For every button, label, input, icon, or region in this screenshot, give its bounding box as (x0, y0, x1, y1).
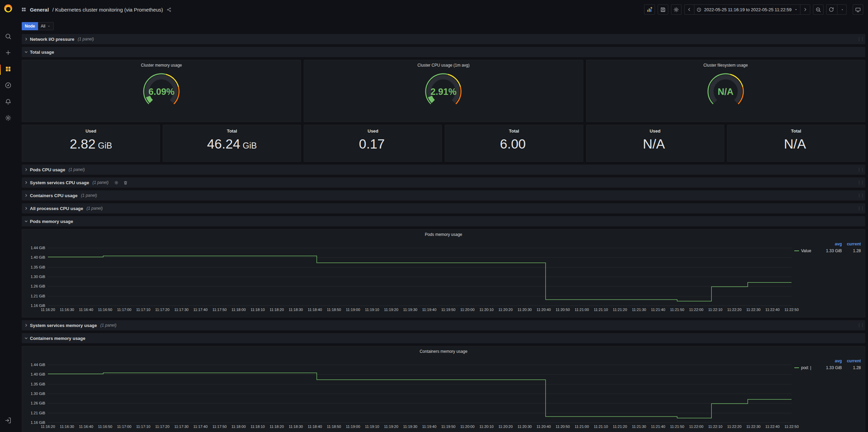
drag-handle-icon[interactable] (857, 190, 864, 201)
drag-handle-icon[interactable] (857, 165, 864, 175)
x-tick-label: 11:18:00 (231, 425, 246, 429)
panel-title[interactable]: Total (445, 125, 583, 134)
legend-header-avg[interactable]: avg (819, 359, 842, 363)
sidebar-item-search[interactable] (0, 29, 16, 45)
panel-title[interactable]: Cluster memory usage (22, 60, 301, 68)
panel-title[interactable]: Total (727, 125, 865, 134)
panel-memory-total: Total 46.24GiB (163, 125, 301, 162)
panel-memory-used: Used 2.82GiB (22, 125, 160, 162)
sidebar-item-dashboards[interactable] (0, 62, 16, 78)
time-range-back-button[interactable] (684, 4, 694, 15)
sidebar-item-configuration[interactable] (0, 110, 16, 127)
panel-title[interactable]: Containers memory usage (22, 346, 865, 354)
breadcrumb-folder[interactable]: General (30, 7, 49, 13)
row-pods-memory-usage[interactable]: Pods memory usage (22, 216, 865, 226)
x-tick-label: 11:19:50 (441, 425, 456, 429)
row-total-usage[interactable]: Total usage (22, 47, 865, 57)
row-all-processes-cpu-usage[interactable]: All processes CPU usage (1 panel) (22, 203, 865, 213)
x-tick-label: 11:18:00 (231, 308, 246, 312)
x-tick-label: 11:21:40 (651, 425, 665, 429)
sidebar-item-explore[interactable] (0, 78, 16, 94)
y-tick-label: 1.26 GiB (31, 284, 45, 288)
plus-icon (5, 49, 12, 57)
save-dashboard-button[interactable] (658, 4, 668, 15)
panel-cluster-memory-usage: Cluster memory usage 6.09% (22, 60, 301, 122)
share-icon[interactable] (166, 7, 172, 12)
panel-title[interactable]: Cluster CPU usage (1m avg) (304, 60, 583, 68)
time-picker-group: 2022-05-25 11:16:19 to 2022-05-25 11:22:… (684, 4, 810, 15)
y-tick-label: 1.35 GiB (31, 382, 45, 386)
panel-title[interactable]: Used (586, 125, 724, 134)
time-range-text: 2022-05-25 11:16:19 to 2022-05-25 11:22:… (704, 7, 792, 12)
x-tick-label: 11:19:40 (422, 425, 437, 429)
variable-node-dropdown[interactable]: Node All (22, 22, 54, 30)
panel-title[interactable]: Used (304, 125, 442, 134)
row-title: Containers memory usage (30, 336, 85, 341)
add-panel-icon (646, 6, 653, 13)
row-panel-count: (1 panel) (87, 206, 103, 211)
legend-header-current[interactable]: current (842, 242, 861, 246)
legend-series-row[interactable]: Value 1.33 GiB 1.28 (794, 248, 861, 253)
row-network-io-pressure[interactable]: Network I/O pressure (1 panel) (22, 34, 865, 44)
x-tick-label: 11:22:40 (765, 308, 780, 312)
zoom-out-time-button[interactable] (813, 4, 823, 15)
drag-handle-icon[interactable] (857, 177, 864, 188)
row-title: Containers CPU usage (30, 193, 77, 198)
y-tick-label: 1.44 GiB (31, 363, 45, 367)
x-tick-label: 11:17:20 (155, 308, 170, 312)
x-tick-label: 11:20:30 (517, 308, 532, 312)
bell-icon (5, 98, 12, 106)
row-system-services-memory-usage[interactable]: System services memory usage (1 panel) (22, 320, 865, 330)
series-color-swatch (794, 250, 799, 251)
stat-value: 6.00 (500, 137, 526, 152)
clock-icon (696, 7, 702, 12)
row-containers-memory-usage[interactable]: Containers memory usage (22, 333, 865, 343)
dashboard-settings-button[interactable] (671, 4, 681, 15)
row-system-services-cpu-usage[interactable]: System services CPU usage (1 panel) (22, 177, 865, 188)
x-tick-label: 11:18:20 (270, 425, 284, 429)
x-axis: 11:16:2011:16:3011:16:4011:16:5011:17:00… (48, 425, 792, 430)
row-containers-cpu-usage[interactable]: Containers CPU usage (1 panel) (22, 190, 865, 201)
drag-handle-icon[interactable] (857, 320, 864, 330)
row-pods-cpu-usage[interactable]: Pods CPU usage (1 panel) (22, 165, 865, 175)
panel-title[interactable]: Cluster filesystem usage (586, 60, 865, 68)
drag-handle-icon[interactable] (857, 34, 864, 44)
panel-title[interactable]: Pods memory usage (22, 229, 865, 237)
drag-handle-icon[interactable] (857, 203, 864, 213)
x-axis: 11:16:2011:16:3011:16:4011:16:5011:17:00… (48, 308, 792, 313)
add-panel-button[interactable] (644, 4, 655, 15)
dashboards-grid-icon (5, 66, 12, 74)
plot-area[interactable] (48, 365, 792, 422)
panel-pods-memory-usage: Pods memory usage 1.44 GiB1.40 GiB1.35 G… (22, 229, 865, 317)
row-settings-gear-icon[interactable] (114, 180, 119, 185)
row-delete-trash-icon[interactable] (123, 180, 128, 185)
x-tick-label: 11:21:00 (575, 425, 589, 429)
zoom-out-icon (815, 7, 821, 13)
series-name: Value (801, 248, 819, 253)
x-tick-label: 11:17:40 (193, 425, 208, 429)
legend-series-row[interactable]: pod: | 1.33 GiB 1.28 (794, 365, 861, 370)
sidebar-item-sign-in[interactable] (0, 413, 16, 429)
x-tick-label: 11:17:30 (174, 425, 189, 429)
sidebar-item-create[interactable] (0, 45, 16, 62)
cycle-view-mode-button[interactable] (853, 4, 863, 15)
x-tick-label: 11:21:10 (594, 308, 608, 312)
row-title: Pods CPU usage (30, 167, 65, 172)
sidebar-item-alerting[interactable] (0, 94, 16, 110)
grafana-logo[interactable] (3, 3, 13, 15)
panel-cpu-total: Total 6.00 (445, 125, 583, 162)
time-range-forward-button[interactable] (800, 4, 810, 15)
time-picker-button[interactable]: 2022-05-25 11:16:19 to 2022-05-25 11:22:… (694, 4, 800, 15)
row-panel-count: (1 panel) (69, 167, 85, 172)
series-current-value: 1.28 (842, 248, 861, 253)
y-tick-label: 1.26 GiB (31, 401, 45, 405)
gauge-value: 2.91% (422, 70, 464, 113)
legend-header-current[interactable]: current (842, 359, 861, 363)
panel-title[interactable]: Used (22, 125, 160, 134)
panel-title[interactable]: Total (163, 125, 301, 134)
plot-area[interactable] (48, 248, 792, 306)
refresh-button[interactable] (826, 4, 847, 15)
legend-header-avg[interactable]: avg (819, 242, 842, 246)
chevron-down-icon (24, 336, 29, 341)
stat-value: 0.17 (359, 137, 385, 152)
